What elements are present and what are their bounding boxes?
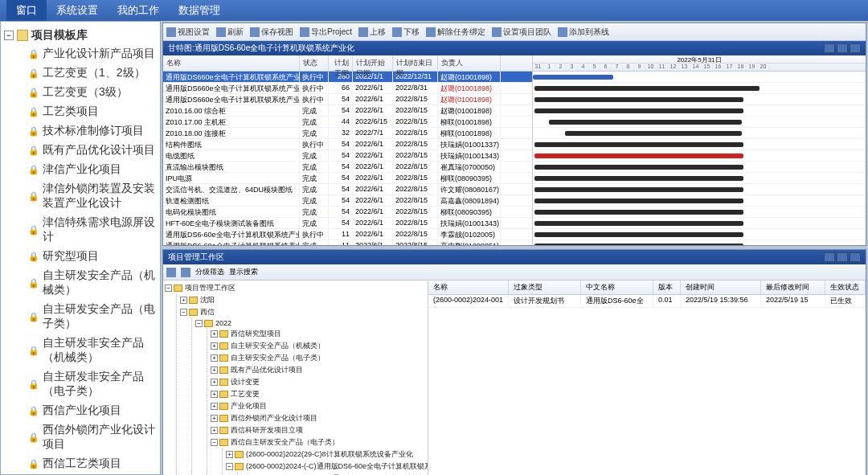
detail-col[interactable]: 生效状态 [825,280,866,294]
task-row[interactable]: IPU电源完成542022/6/12022/8/15柳联(08090395) [163,173,532,184]
tree-node[interactable]: +自主研安安全产品（机械类） [211,340,426,352]
toggle-icon[interactable]: + [211,354,218,362]
gantt-bar[interactable] [534,187,743,192]
tree-node[interactable]: +工艺变更 [211,388,426,400]
search-button[interactable]: 显示搜索 [229,267,258,277]
col-name[interactable]: 名称 [163,55,300,71]
menu-mywork[interactable]: 我的工作 [108,0,169,21]
toggle-icon[interactable]: − [226,463,233,470]
detail-col[interactable]: 名称 [428,280,509,294]
template-item[interactable]: 🔒工艺变更（1、2级） [27,63,157,83]
gantt-bar[interactable] [549,120,742,125]
toolbar-button[interactable]: 上移 [358,27,386,38]
tree-node[interactable]: −西信自主研发安全产品（电子类） [211,436,426,448]
task-row[interactable]: Z010.17.00 主机柜完成442022/6/152022/8/15柳联(0… [163,117,532,128]
gantt-bar[interactable] [534,165,743,170]
template-item[interactable]: 🔒既有产品优化设计项目 [27,141,157,160]
task-row[interactable]: 通用版DS660e全电子计算机联锁系统产业化-图纸技术文件执行中542022/6… [163,94,532,105]
detail-col[interactable]: 版本 [653,280,681,294]
toggle-icon[interactable]: − [195,320,203,327]
toggle-icon[interactable]: + [211,403,218,410]
toolbar-button[interactable]: 刷新 [216,27,244,38]
layout-icon[interactable] [166,268,176,277]
task-row[interactable]: 电码化模块图纸完成542022/6/12022/8/15柳联(08090395) [163,207,532,218]
task-row[interactable]: 结构件图纸执行中542022/6/12022/8/15扶瑞娟(01001337) [163,139,532,150]
toggle-icon[interactable]: + [211,379,218,386]
toolbar-button[interactable]: 下移 [392,27,420,38]
gantt-bar[interactable] [534,109,743,113]
toggle-icon[interactable]: + [180,297,187,304]
task-row[interactable]: 通用版DS6-60e全电子计算机联锁系统产业化-检验文件完成112022/6/1… [163,240,532,245]
menu-data[interactable]: 数据管理 [169,0,230,21]
task-row[interactable]: 电缆图纸完成542022/6/12022/8/15扶瑞娟(01001343) [163,150,532,162]
template-item[interactable]: 🔒产业化设计新产品项目 [27,44,157,63]
task-row[interactable]: HFT-60E全电子模块测试装备图纸完成542022/6/12022/8/15扶… [163,218,532,229]
template-item[interactable]: 🔒技术标准制修订项目 [27,121,157,141]
tree-node[interactable]: −项目管理工作区 [165,282,426,294]
toolbar-button[interactable]: 导出Project [300,27,352,38]
toggle-icon[interactable]: − [180,309,187,316]
col-status[interactable]: 状态 [300,55,329,71]
maximize-button[interactable] [837,43,848,53]
template-item[interactable]: 🔒研究型项目 [27,247,157,266]
tree-node[interactable]: +(2600-0002)2022(29-C)8计算机联锁系统设备产业化 [226,448,426,461]
detail-col[interactable]: 过象类型 [509,280,581,294]
template-item[interactable]: 🔒西信工艺类项目 [27,454,157,473]
gantt-bar[interactable] [534,154,743,158]
detail-col[interactable]: 最后修改时间 [761,280,825,294]
task-row[interactable]: 交流信号机、交流道岔、64DU模块图纸完成542022/6/12022/8/15… [163,184,532,195]
tree-node[interactable]: −2022 [195,318,426,328]
toolbar-button[interactable]: 保存视图 [250,27,293,38]
close-button[interactable] [850,43,861,53]
task-row[interactable]: 通用版DS6-60e全电子计算机联锁系统产业化-工艺文件执行中112022/6/… [163,229,532,240]
col-plan[interactable]: 计划工期 [329,55,353,71]
toggle-icon[interactable]: − [165,285,172,292]
detail-col[interactable]: 创建时间 [681,280,761,294]
pin-button[interactable] [824,252,835,262]
maximize-button[interactable] [837,252,848,262]
template-item[interactable]: 🔒津信特殊需求电源屏设计 [27,213,157,247]
toolbar-button[interactable]: 视图设置 [166,27,210,38]
tree-node[interactable]: −(2600-0002)2024-(-C)通用版DS6-60e全电子计算机联锁系… [226,461,426,473]
layout-icon-2[interactable] [181,268,190,277]
template-item[interactable]: 🔒西信产业化项目 [27,401,157,420]
gantt-bar[interactable] [533,75,613,80]
tree-node[interactable]: +西信研究型项目 [211,328,426,340]
menu-settings[interactable]: 系统设置 [47,0,108,21]
gantt-bar[interactable] [534,210,743,215]
toggle-icon[interactable]: + [211,427,218,434]
template-item[interactable]: 🔒自主研发安全产品（机械类） [27,266,157,300]
tree-root[interactable]: − 项目模板库 [4,27,157,44]
toggle-icon[interactable]: − [211,439,218,446]
gantt-bar[interactable] [534,244,743,245]
task-row[interactable]: 轨道检测图纸完成542022/6/12022/8/15高嘉鑫(08091894) [163,195,532,207]
template-item[interactable]: 🔒津信产业化项目 [27,160,157,179]
gantt-bar[interactable] [534,97,743,102]
tree-node[interactable]: +西信科研开发项目立项 [211,424,426,436]
toolbar-button[interactable]: 解除任务绑定 [426,27,485,38]
template-item[interactable]: 🔒自主研发非安全产品（电子类） [27,367,157,401]
tree-node[interactable]: +产业化项目 [211,400,426,412]
toggle-icon[interactable]: + [211,342,218,350]
toggle-icon[interactable]: + [211,366,218,374]
detail-col[interactable]: 中文名称 [581,280,653,294]
menu-window[interactable]: 窗口 [6,0,47,21]
col-start[interactable]: 计划开始日期 [353,55,393,71]
tree-node[interactable]: +自主研安安全产品（电子类） [211,352,426,364]
toggle-icon[interactable]: + [226,451,233,458]
gantt-bar[interactable] [534,232,743,237]
close-button[interactable] [850,252,861,262]
tree-node[interactable]: +既有产品优化设计项目 [211,364,426,376]
toolbar-button[interactable]: 设置项目团队 [492,27,551,38]
tree-node[interactable]: +西信外锁闭产业化设计项目 [211,412,426,424]
gantt-bar[interactable] [534,221,743,226]
task-row[interactable]: 直流输出模块图纸完成542022/6/12022/8/15崔真瑞(0700050… [163,162,532,173]
gantt-chart[interactable]: 2022年5月31日 31123456789101112131415161718… [533,55,866,245]
toggle-icon[interactable]: + [211,415,218,422]
template-item[interactable]: 🔒西信外锁闭产业化设计项目 [27,420,157,454]
tree-node[interactable]: +沈阳 [180,294,426,306]
col-owner[interactable]: 负责人 [438,55,501,71]
template-item[interactable]: 🔒工艺类项目 [27,102,157,121]
tree-node[interactable]: −西信 [180,306,426,318]
task-row[interactable]: Z010.18.00 连接柜完成322022/7/12022/8/15柳联(01… [163,128,532,139]
